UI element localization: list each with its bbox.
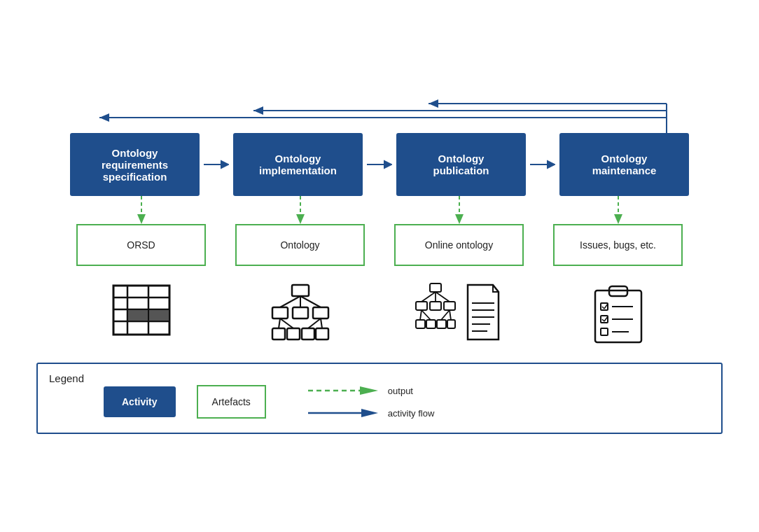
svg-rect-22 — [313, 307, 328, 318]
svg-rect-21 — [293, 307, 308, 318]
svg-line-44 — [436, 292, 450, 302]
svg-line-42 — [422, 292, 436, 302]
svg-line-48 — [450, 310, 451, 320]
svg-rect-19 — [292, 285, 309, 296]
svg-line-33 — [321, 318, 322, 328]
icon-col-issues — [553, 279, 683, 349]
legend-artefact-box: Artefacts — [197, 385, 266, 419]
activity-maintenance: Ontology maintenance — [559, 133, 689, 196]
svg-rect-17 — [128, 310, 148, 321]
svg-rect-25 — [302, 328, 314, 340]
svg-rect-24 — [287, 328, 300, 340]
activity-publication: Ontology publication — [396, 133, 526, 196]
activity-implementation: Ontology implementation — [233, 133, 363, 196]
dashed-arrow-ontology — [293, 196, 307, 224]
svg-line-46 — [422, 310, 431, 320]
artefact-col-ontology: Ontology — [235, 196, 365, 266]
artefact-box-ontology: Ontology — [235, 224, 365, 266]
svg-rect-34 — [430, 284, 441, 292]
clipboard-icon — [590, 282, 647, 345]
svg-rect-26 — [316, 328, 328, 340]
artefact-box-issues: Issues, bugs, etc. — [553, 224, 683, 266]
process-row: Ontology requirements specification Onto… — [36, 133, 723, 196]
activity-flow-arrow-icon — [308, 406, 378, 420]
svg-line-31 — [280, 318, 293, 328]
legend-items: Activity Artefacts output — [104, 384, 434, 420]
activity-flow-label: activity flow — [388, 408, 434, 419]
output-label: output — [388, 386, 413, 396]
svg-rect-39 — [426, 320, 436, 328]
legend-activity-box: Activity — [104, 386, 176, 417]
svg-rect-20 — [272, 307, 288, 318]
spreadsheet-icon — [110, 282, 173, 345]
svg-line-30 — [279, 318, 280, 328]
arrow-impl-to-pub — [367, 158, 392, 172]
svg-line-27 — [280, 296, 300, 307]
svg-rect-38 — [416, 320, 425, 328]
online-hierarchy-icon — [415, 282, 457, 345]
artefact-box-orsd: ORSD — [76, 224, 206, 266]
feedback-arrows — [36, 98, 723, 136]
dashed-arrow-online — [452, 196, 466, 224]
icon-col-ontology — [235, 279, 365, 349]
flow-section: Ontology requirements specification Onto… — [36, 98, 723, 349]
dashed-arrow-issues — [611, 196, 625, 224]
output-arrow-icon — [308, 384, 378, 398]
legend-flow-row: activity flow — [308, 406, 434, 420]
svg-line-47 — [441, 310, 450, 320]
svg-rect-36 — [430, 302, 441, 310]
svg-rect-65 — [601, 328, 608, 335]
svg-rect-40 — [437, 320, 446, 328]
artefact-col-online: Online ontology — [394, 196, 524, 266]
artefact-col-issues: Issues, bugs, etc. — [553, 196, 683, 266]
legend-output-row: output — [308, 384, 434, 398]
svg-rect-57 — [601, 303, 608, 310]
arrow-req-to-impl — [204, 158, 229, 172]
dashed-arrow-orsd — [134, 196, 148, 224]
svg-line-29 — [300, 296, 321, 307]
document-icon — [462, 282, 504, 345]
svg-rect-23 — [272, 328, 285, 340]
arrow-pub-to-maint — [530, 158, 555, 172]
artefact-box-online: Online ontology — [394, 224, 524, 266]
legend-box: Legend Activity Artefacts output — [36, 363, 723, 434]
legend-title: Legend — [49, 372, 84, 384]
svg-line-32 — [308, 318, 321, 328]
svg-rect-41 — [447, 320, 455, 328]
svg-rect-37 — [444, 302, 455, 310]
artefact-section: ORSD Ontology Online ontology — [36, 196, 723, 266]
hierarchy-icon — [269, 282, 332, 345]
icon-col-orsd — [76, 279, 206, 349]
artefact-col-orsd: ORSD — [76, 196, 206, 266]
icon-col-online — [394, 279, 524, 349]
diagram-wrapper: Ontology requirements specification Onto… — [22, 84, 737, 448]
activity-requirements: Ontology requirements specification — [70, 133, 200, 196]
svg-rect-18 — [149, 310, 169, 321]
icon-row — [36, 279, 723, 349]
svg-rect-61 — [601, 316, 608, 323]
svg-line-45 — [420, 310, 422, 320]
svg-rect-35 — [416, 302, 427, 310]
legend-arrows: output activity flow — [308, 384, 434, 420]
